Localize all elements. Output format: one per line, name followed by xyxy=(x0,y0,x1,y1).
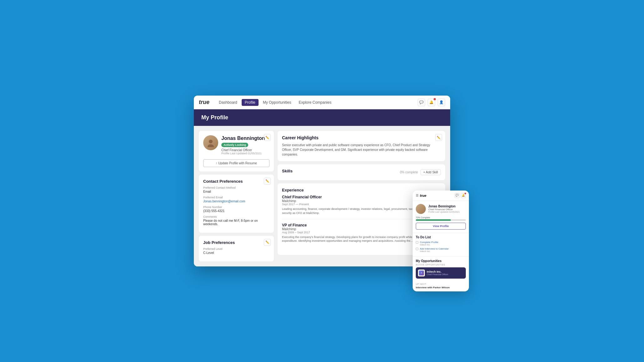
browser-window: true Dashboard Profile My Opportunities … xyxy=(194,96,450,266)
preferred-email-label: Preferred Email xyxy=(203,196,269,199)
skills-title: Skills xyxy=(282,169,293,173)
preferred-method-value: Email xyxy=(203,190,269,193)
comments-value: Please do not call me M-F, 8-5pm or on w… xyxy=(203,219,269,226)
preferred-method-label: Preferred Contact Method xyxy=(203,186,269,189)
avatar xyxy=(203,135,218,150)
profile-top: Jonas Bennington Actively Looking Chief … xyxy=(203,135,269,155)
mobile-profile-title: Chief Financial Officer xyxy=(428,208,460,211)
mobile-todo-text-2[interactable]: Add Interview to Calendar xyxy=(420,247,449,250)
preferred-level-field: Preferred Level C-Level xyxy=(203,247,269,255)
mobile-profile-name: Jonas Bennington xyxy=(428,205,460,208)
mobile-todo-item-2: Add Interview to Calendar Initech Inc. xyxy=(416,247,466,252)
mobile-todo-item-1: Complete Profile Initech Inc. xyxy=(416,241,466,246)
nav-explore[interactable]: Explore Companies xyxy=(295,99,335,106)
mobile-todo-company-1: Initech Inc. xyxy=(420,244,438,246)
mobile-todo-text-1[interactable]: Complete Profile xyxy=(420,241,438,244)
mobile-opp-title: My Opportunities xyxy=(416,259,466,263)
mobile-progress-bar xyxy=(416,219,466,221)
left-column: ✏️ Jonas Bennington xyxy=(199,131,274,261)
profile-card: ✏️ Jonas Bennington xyxy=(199,131,274,171)
nav-profile[interactable]: Profile xyxy=(242,99,259,106)
mobile-opportunities-section: My Opportunities ACTIVE OPPORTUNITIES I … xyxy=(413,256,469,283)
mobile-opp-role: Chief Financial Officer xyxy=(427,273,448,275)
main-content: ✏️ Jonas Bennington xyxy=(194,126,450,266)
mobile-navbar: ☰ true 💬 🔔 xyxy=(413,191,469,201)
mobile-opp-card[interactable]: I Initech Inc. Chief Financial Officer xyxy=(416,267,466,279)
profile-edit-button[interactable]: ✏️ xyxy=(264,134,271,141)
contact-edit-button[interactable]: ✏️ xyxy=(264,178,271,185)
mobile-up-next-section: UP NEXT Interview with Parker Wilson xyxy=(413,283,469,291)
page-header: My Profile xyxy=(194,109,450,126)
app-logo: true xyxy=(199,99,209,106)
career-highlights-title: Career Highlights xyxy=(282,135,441,140)
messages-icon[interactable]: 💬 xyxy=(418,99,425,106)
career-edit-button[interactable]: ✏️ xyxy=(435,134,442,141)
preferred-level-label: Preferred Level xyxy=(203,247,269,250)
nav-links: Dashboard Profile My Opportunities Explo… xyxy=(216,99,418,106)
contact-preferences-card: ✏️ Contact Preferences Preferred Contact… xyxy=(199,175,274,233)
notifications-icon[interactable]: 🔔 xyxy=(428,99,435,106)
phone-value: (333) 555-4321 xyxy=(203,209,269,213)
mobile-todo-checkbox-1[interactable] xyxy=(416,241,418,244)
mobile-avatar xyxy=(416,204,426,214)
svg-point-1 xyxy=(208,144,214,147)
preferred-email-value[interactable]: Jonas.bennington@email.com xyxy=(203,200,269,203)
profile-updated: Profile Last Updated 01/05/2021 xyxy=(221,152,269,155)
nav-dashboard[interactable]: Dashboard xyxy=(216,99,240,106)
mobile-overlay: ☰ true 💬 🔔 Jonas Bennington Chief Financ… xyxy=(413,191,469,291)
update-resume-button[interactable]: ↑ Update Profile with Resume xyxy=(203,159,269,167)
mobile-profile-section: Jonas Bennington Chief Financial Officer… xyxy=(413,201,469,233)
mobile-profile-top: Jonas Bennington Chief Financial Officer… xyxy=(416,204,466,214)
job-edit-button[interactable]: ✏️ xyxy=(264,239,271,246)
mobile-view-profile-button[interactable]: View Profile xyxy=(416,223,466,230)
mobile-todo-checkbox-2[interactable] xyxy=(416,248,418,250)
mobile-todo-company-2: Initech Inc. xyxy=(420,250,449,252)
mobile-progress-fill xyxy=(416,219,451,221)
career-highlights-text: Senior executive with private and public… xyxy=(282,143,441,157)
nav-icons: 💬 🔔 👤 xyxy=(418,99,445,106)
mobile-opp-logo: I xyxy=(418,270,425,276)
skills-header: Skills 0% complete + Add Skill xyxy=(282,169,441,176)
mobile-notifications-icon[interactable]: 🔔 xyxy=(461,193,466,198)
profile-name: Jonas Bennington xyxy=(221,135,269,141)
skills-card: Skills 0% complete + Add Skill xyxy=(278,164,445,180)
job-section-title: Job Preferences xyxy=(203,240,269,245)
mobile-app-logo: true xyxy=(420,194,455,197)
mobile-todo-section: To Do List Complete Profile Initech Inc.… xyxy=(413,233,469,256)
profile-info: Jonas Bennington Actively Looking Chief … xyxy=(221,135,269,155)
comments-label: Comments xyxy=(203,215,269,218)
user-icon[interactable]: 👤 xyxy=(438,99,445,106)
mobile-up-next-label: UP NEXT xyxy=(416,283,466,285)
mobile-profile-info: Jonas Bennington Chief Financial Officer… xyxy=(428,205,460,213)
phone-field: Phone Number (333) 555-4321 xyxy=(203,206,269,213)
preferred-email-field: Preferred Email Jonas.bennington@email.c… xyxy=(203,196,269,203)
preferred-method-field: Preferred Contact Method Email xyxy=(203,186,269,193)
mobile-up-next-text: Interview with Parker Wilson xyxy=(416,286,466,289)
comments-field: Comments Please do not call me M-F, 8-5p… xyxy=(203,215,269,226)
mobile-progress-container: 70% Complete xyxy=(416,216,466,221)
mobile-nav-icons: 💬 🔔 xyxy=(455,193,466,198)
add-skill-button[interactable]: + Add Skill xyxy=(420,169,441,175)
mobile-progress-label: 70% Complete xyxy=(416,216,466,219)
nav-opportunities[interactable]: My Opportunities xyxy=(260,99,294,106)
mobile-opp-name: Initech Inc. xyxy=(427,270,448,273)
skills-completion: 0% complete xyxy=(400,171,418,174)
job-preferences-card: ✏️ Job Preferences Preferred Level C-Lev… xyxy=(199,236,274,261)
mobile-todo-title: To Do List xyxy=(416,236,466,239)
page-title: My Profile xyxy=(201,114,443,121)
preferred-level-value: C-Level xyxy=(203,251,269,255)
phone-label: Phone Number xyxy=(203,206,269,209)
navbar: true Dashboard Profile My Opportunities … xyxy=(194,96,450,109)
status-badge: Actively Looking xyxy=(221,143,248,147)
profile-title: Chief Financial Officer xyxy=(221,148,269,152)
mobile-messages-icon[interactable]: 💬 xyxy=(455,193,460,198)
mobile-opp-subtitle: ACTIVE OPPORTUNITIES xyxy=(416,264,466,266)
svg-point-0 xyxy=(209,140,213,143)
career-highlights-card: ✏️ Career Highlights Senior executive wi… xyxy=(278,131,445,161)
contact-section-title: Contact Preferences xyxy=(203,179,269,184)
mobile-profile-updated: Profile Last Updated 01/05/2021 xyxy=(428,211,460,213)
